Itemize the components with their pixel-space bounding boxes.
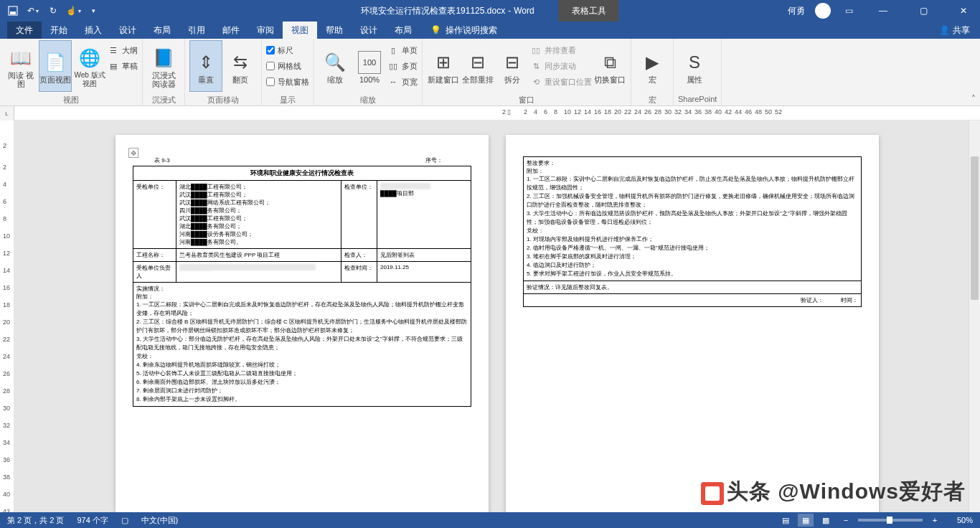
gridlines-checkbox[interactable]: 网格线: [266, 59, 309, 73]
zoom-slider[interactable]: [858, 519, 923, 522]
group-window-label: 窗口: [427, 95, 626, 106]
vertical-button[interactable]: ⇕垂直: [189, 40, 222, 92]
maximize-button[interactable]: ▢: [907, 0, 940, 22]
window-title: 环境安全运行情况检查表191125.docx - Word 表格工具: [361, 0, 618, 22]
ruler-checkbox[interactable]: 标尺: [266, 43, 309, 57]
status-lang[interactable]: 中文(中国): [141, 515, 178, 526]
horizontal-ruler[interactable]: L 2▯ 24681012141618202224262830323436384…: [0, 106, 980, 121]
switch-window-button[interactable]: ⧉切换窗口: [593, 40, 626, 92]
tab-help[interactable]: 帮助: [317, 22, 352, 39]
verify-label: 验证情况：详见随后整改回复表。: [524, 281, 862, 294]
reset-window-icon: ⟲: [530, 76, 542, 88]
tab-insert[interactable]: 插入: [76, 22, 110, 39]
svg-rect-1: [10, 11, 16, 14]
ribbon-tabstrip: 文件 开始 插入 设计 布局 引用 邮件 审阅 视图 帮助 设计 布局 💡操作说…: [0, 22, 980, 39]
zoom-in-button[interactable]: +: [927, 514, 943, 527]
touch-mode-icon[interactable]: ☝▾: [67, 5, 79, 16]
side-by-side-button[interactable]: ▯▯并排查看: [530, 43, 592, 57]
flip-button[interactable]: ⇆翻页: [224, 40, 257, 92]
zoom-out-button[interactable]: −: [838, 514, 854, 527]
group-sharepoint-label: SharePoint: [678, 95, 717, 106]
watermark-icon: [701, 482, 724, 505]
split-button[interactable]: ⊟拆分: [496, 40, 529, 92]
collapse-ribbon-icon[interactable]: ˄: [971, 94, 976, 104]
one-page-button[interactable]: ▯单页: [387, 43, 418, 57]
status-cell: 实施情况： 附加： 1. 一工区二标段：实训中心二层剩自完成后未及时恢复临边防护…: [133, 283, 471, 407]
vertical-ruler[interactable]: 2 24681012141618202224262830323436384042…: [0, 121, 14, 512]
read-mode-button[interactable]: 📖阅读 视图: [4, 40, 37, 92]
status-words[interactable]: 974 个字: [77, 515, 108, 526]
macros-button[interactable]: ▶宏: [636, 40, 669, 92]
web-layout-button[interactable]: 🌐Web 版式视图: [73, 40, 106, 92]
group-macros-label: 宏: [636, 95, 669, 106]
unit-label: 受检单位：: [133, 181, 176, 249]
group-pagemove-label: 页面移动: [189, 95, 257, 106]
status-print-layout-icon[interactable]: ▦: [798, 514, 814, 527]
redo-icon[interactable]: ↻: [47, 5, 59, 16]
req-cell: 整改要求： 附加： 1. 一工区二标段：实训中心二层剩自完成后及时恢复临边防护栏…: [524, 157, 862, 281]
save-icon[interactable]: [7, 5, 19, 16]
project-value: 兰考县教育类民生包建设 PPP 项目工程: [176, 249, 341, 262]
minimize-button[interactable]: —: [867, 0, 900, 22]
zoom-100-icon: 100: [358, 51, 381, 74]
vertical-scrollbar[interactable]: [969, 121, 980, 512]
multi-page-icon: ▯▯: [387, 60, 399, 72]
requirements-table: 整改要求： 附加： 1. 一工区二标段：实训中心二层剩自完成后及时恢复临边防护栏…: [523, 156, 862, 307]
resp-label: 受检单位负责人: [133, 262, 176, 283]
status-read-mode-icon[interactable]: ▤: [778, 514, 793, 527]
arrange-all-icon: ⊟: [466, 51, 489, 74]
arrange-all-button[interactable]: ⊟全部重排: [461, 40, 494, 92]
page-1: ✥ 表 9-3序号： 环境和职业健康安全运行情况检查表 受检单位： 湖北████…: [116, 135, 489, 512]
tab-table-layout[interactable]: 布局: [386, 22, 420, 39]
tab-layout[interactable]: 布局: [145, 22, 179, 39]
tab-references[interactable]: 引用: [179, 22, 214, 39]
sync-scroll-icon: ⇅: [530, 60, 542, 72]
vertical-icon: ⇕: [194, 51, 217, 74]
qat-customize-icon[interactable]: ▾: [88, 5, 99, 16]
undo-icon[interactable]: ↶▾: [27, 5, 39, 16]
tell-me-search[interactable]: 💡操作说明搜索: [420, 24, 507, 37]
new-window-icon: ⊞: [432, 51, 455, 74]
unit-values: 湖北████工程有限公司； 武汉████工程有限公司； 武汉████网络系统工程…: [176, 181, 341, 249]
multi-page-button[interactable]: ▯▯多页: [387, 59, 418, 73]
print-layout-button[interactable]: 📄页面视图: [39, 40, 72, 92]
page-width-button[interactable]: ↔页宽: [387, 75, 418, 89]
status-web-layout-icon[interactable]: ▩: [818, 514, 834, 527]
table-anchor-icon[interactable]: ✥: [128, 148, 138, 158]
zoom-level[interactable]: 50%: [947, 516, 973, 524]
sharepoint-icon: S: [683, 51, 706, 74]
share-button[interactable]: 👤共享: [929, 24, 980, 37]
scrollbar-thumb[interactable]: [971, 156, 979, 300]
immersive-reader-button[interactable]: 📘沉浸式 阅读器: [147, 40, 180, 92]
tab-home[interactable]: 开始: [42, 22, 76, 39]
split-icon: ⊟: [501, 51, 524, 74]
outline-button[interactable]: ☰大纲: [108, 43, 138, 57]
status-proof-icon[interactable]: ▢: [121, 516, 128, 525]
document-area: 2 24681012141618202224262830323436384042…: [0, 121, 980, 512]
zoom-100-button[interactable]: 100100%: [353, 40, 386, 92]
draft-icon: ▤: [108, 60, 119, 72]
tab-design[interactable]: 设计: [110, 22, 145, 39]
zoom-button[interactable]: 🔍缩放: [319, 40, 352, 92]
group-immersive-label: 沉浸式: [147, 95, 180, 106]
tab-view[interactable]: 视图: [283, 22, 317, 39]
reset-window-button[interactable]: ⟲重设窗口位置: [530, 75, 592, 89]
status-page[interactable]: 第 2 页，共 2 页: [7, 515, 64, 526]
pages-container[interactable]: ✥ 表 9-3序号： 环境和职业健康安全运行情况检查表 受检单位： 湖北████…: [14, 121, 980, 512]
zoom-slider-thumb[interactable]: [887, 517, 892, 524]
avatar[interactable]: [815, 3, 831, 19]
tab-mailings[interactable]: 邮件: [214, 22, 248, 39]
new-window-button[interactable]: ⊞新建窗口: [427, 40, 460, 92]
navpane-checkbox[interactable]: 导航窗格: [266, 75, 309, 89]
tab-file[interactable]: 文件: [7, 22, 42, 39]
status-bar: 第 2 页，共 2 页 974 个字 ▢ 中文(中国) ▤ ▦ ▩ − + 50…: [0, 512, 980, 528]
properties-button[interactable]: S属性: [678, 40, 711, 92]
flip-icon: ⇆: [229, 51, 252, 74]
sync-scroll-button[interactable]: ⇅同步滚动: [530, 59, 592, 73]
draft-button[interactable]: ▤草稿: [108, 59, 138, 73]
status-items: 1. 一工区二标段：实训中心二层剩自完成后未及时恢复临边防护栏杆，存在高处坠落及…: [136, 301, 468, 404]
close-button[interactable]: ✕: [947, 0, 980, 22]
tab-review[interactable]: 审阅: [248, 22, 283, 39]
ribbon-options-icon[interactable]: ▭: [838, 0, 859, 22]
tab-table-design[interactable]: 设计: [352, 22, 386, 39]
